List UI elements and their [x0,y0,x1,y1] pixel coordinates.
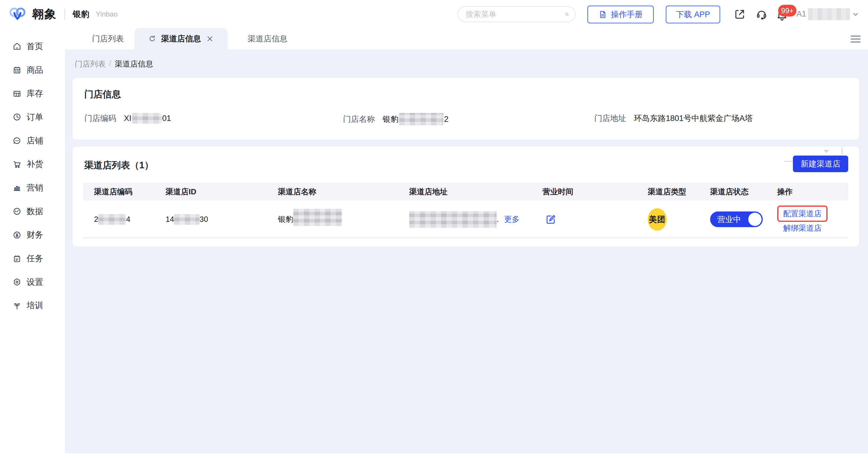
status-toggle[interactable]: 营业中 [710,211,763,227]
sidebar-item-goods[interactable]: 商品 [0,58,65,82]
col-header-actions: 操作 [777,183,793,201]
cell-channel-code: 2 4 [94,201,130,238]
logo: 翱象 银豹 Yinbao [8,0,118,28]
edit-hours-icon[interactable] [545,213,557,225]
col-header-address: 渠道店地址 [409,183,447,201]
annotation-highlight-box: 配置渠道店 [777,206,828,222]
inventory-icon [12,89,22,98]
sidebar-item-label: 营销 [27,182,43,194]
col-header-hours: 营业时间 [542,183,573,201]
store-code-field: 门店编码 XI 01 [84,113,171,124]
channel-store-table: 渠道店编码 渠道店ID 渠道店名称 渠道店地址 营业时间 渠道店类型 渠道店状态… [83,183,848,238]
cell-business-hours [542,201,557,238]
col-header-name: 渠道店名称 [278,183,316,201]
col-header-status: 渠道店状态 [710,183,749,201]
tab-bar: 门店列表 渠道店信息 渠道店信息 [65,28,868,49]
sidebar-item-home[interactable]: 首页 [0,35,65,58]
table-row: 2 4 14 30 银豹 . [83,201,848,238]
app-window: 翱象 银豹 Yinbao 操作手册 下载 APP [0,0,868,462]
store-name-prefix: 银豹 [382,114,399,124]
tab-menu-icon[interactable] [849,35,862,44]
tab-store-list[interactable]: 门店列表 [75,28,141,49]
col-header-code: 渠道店编码 [94,183,132,201]
shop-icon [12,136,22,145]
tab-label: 渠道店信息 [248,33,288,44]
channel-store-list-card: 渠道店列表（1） 新建渠道店 渠道店编码 渠道店ID 渠道店名称 渠道店地址 营… [72,147,859,247]
sidebar-item-shop[interactable]: 店铺 [0,129,65,153]
meituan-badge: 美团 [648,208,667,231]
create-channel-store-button[interactable]: 新建渠道店 [793,155,848,172]
table-header-row: 渠道店编码 渠道店ID 渠道店名称 渠道店地址 营业时间 渠道店类型 渠道店状态… [83,183,848,201]
download-button-label: 下载 APP [676,9,710,20]
sidebar-item-label: 财务 [27,229,43,240]
channel-list-title: 渠道店列表（1） [84,159,153,172]
sidebar-item-label: 商品 [27,64,43,76]
breadcrumb: 门店列表 / 渠道店信息 [75,59,153,69]
sidebar-item-label: 培训 [27,300,43,311]
sidebar-item-restock[interactable]: 补货 [0,152,65,176]
sidebar-item-label: 数据 [27,206,43,217]
more-link[interactable]: 更多 [504,214,520,225]
notification-badge: 99+ [778,5,797,17]
aoxiang-logo-icon [8,5,27,23]
support-headset-icon[interactable] [756,8,768,20]
channel-code-prefix: 2 [94,215,98,224]
restock-cart-icon [12,160,22,169]
ui-artifact [824,150,829,153]
cell-channel-address: . 更多 [409,201,520,238]
manual-button[interactable]: 操作手册 [587,6,654,23]
redacted-account-number [808,8,850,20]
redacted-channel-id [174,214,199,225]
sidebar-item-label: 任务 [27,253,43,264]
finance-yen-icon [12,230,22,239]
content-area: 门店列表 / 渠道店信息 门店信息 门店编码 XI 01 门店名称 银豹 2 [65,49,868,453]
search-icon[interactable] [565,9,569,19]
search-input[interactable] [466,10,565,19]
data-gauge-icon [12,207,22,216]
channel-code-suffix: 4 [126,215,130,224]
logo-divider [64,9,65,20]
breadcrumb-parent-link[interactable]: 门店列表 [75,59,105,69]
manual-button-label: 操作手册 [611,9,643,20]
topbar: 翱象 银豹 Yinbao 操作手册 下载 APP [0,0,868,28]
breadcrumb-current: 渠道店信息 [115,59,153,69]
sidebar-item-marketing[interactable]: 营销 [0,176,65,200]
store-info-title: 门店信息 [84,88,121,100]
sidebar-item-data[interactable]: 数据 [0,200,65,223]
store-code-suffix: 01 [162,114,171,123]
cell-channel-name: 银豹 [278,201,342,238]
cell-channel-id: 14 30 [165,201,208,238]
tab-channel-store-info-active[interactable]: 渠道店信息 [134,28,228,49]
cell-channel-type: 美团 [648,201,667,238]
store-name-label: 门店名称 [343,114,375,124]
sidebar-item-training[interactable]: 培训 [0,294,65,318]
sidebar-item-label: 补货 [27,158,43,170]
marketing-chart-icon [12,183,22,192]
chevron-down-icon [852,10,860,18]
channel-id-prefix: 14 [165,215,174,224]
unbind-channel-store-link[interactable]: 解绑渠道店 [783,223,822,233]
configure-channel-store-link[interactable]: 配置渠道店 [783,209,822,218]
close-icon[interactable] [206,35,214,43]
sidebar-item-label: 店铺 [27,135,43,146]
download-app-button[interactable]: 下载 APP [666,6,720,23]
breadcrumb-separator: / [109,59,111,69]
sidebar-item-finance[interactable]: 财务 [0,223,65,247]
tab-channel-store-info[interactable]: 渠道店信息 [234,28,302,49]
sidebar-item-label: 首页 [27,41,43,52]
sidebar-item-label: 订单 [27,112,43,123]
store-address-value: 环岛东路1801号中航紫金广场A塔 [634,113,753,124]
sidebar-item-settings[interactable]: 设置 [0,270,65,294]
refresh-icon[interactable] [148,35,156,43]
account-menu[interactable]: A1 [797,0,860,28]
sidebar-item-tasks[interactable]: 任务 [0,247,65,270]
sidebar-item-label: 设置 [27,277,43,288]
toggle-knob [748,213,762,226]
sidebar-item-inventory[interactable]: 库存 [0,82,65,105]
store-code-prefix: XI [124,114,131,123]
open-external-icon[interactable] [734,8,746,20]
redacted-channel-name [293,209,342,226]
menu-search [457,6,576,22]
sidebar-item-orders[interactable]: 订单 [0,105,65,129]
status-toggle-label: 营业中 [717,214,741,225]
